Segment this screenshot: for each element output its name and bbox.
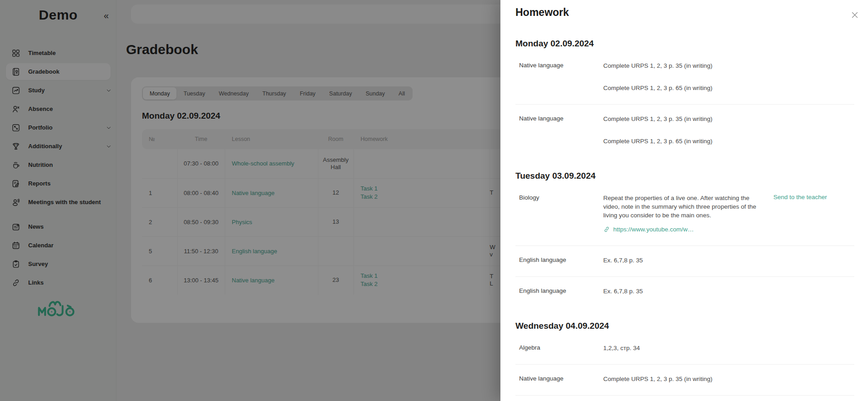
link-chain-icon [603, 226, 610, 233]
homework-tasks: Complete URPS 1, 2, 3 p. 35 (in writing)… [603, 61, 760, 92]
homework-entry: English languageEx. 6,7,8 p. 35 [515, 246, 854, 276]
homework-day-title: Tuesday 03.09.2024 [515, 171, 854, 181]
drawer-title: Homework [515, 6, 854, 19]
homework-subject: Native language [515, 61, 603, 92]
homework-day-title: Monday 02.09.2024 [515, 39, 854, 49]
drawer-content: Monday 02.09.2024Native languageComplete… [515, 39, 854, 396]
homework-task-text: Complete URPS 1, 2, 3 p. 35 (in writing) [603, 115, 760, 123]
homework-entry: Algebra1,2,3, стр. 34 [515, 334, 854, 364]
homework-day-title: Wednesday 04.09.2024 [515, 321, 854, 331]
homework-day-section: Monday 02.09.2024Native languageComplete… [515, 39, 854, 157]
homework-entry: English languageEx. 6,7,8 p. 35 [515, 276, 854, 307]
homework-subject: Algebra [515, 344, 603, 352]
homework-tasks: 1,2,3, стр. 34 [603, 344, 760, 352]
homework-tasks: Complete URPS 1, 2, 3 p. 35 (in writing)… [603, 115, 760, 145]
homework-task-text: Ex. 6,7,8 p. 35 [603, 256, 760, 265]
homework-entry: Native languageComplete URPS 1, 2, 3 p. … [515, 51, 854, 104]
homework-subject: Biology [515, 194, 603, 234]
homework-task-text: Complete URPS 1, 2, 3 p. 35 (in writing) [603, 61, 760, 70]
send-to-teacher-link[interactable]: Send to the teacher [773, 194, 827, 200]
homework-tasks: Ex. 6,7,8 p. 35 [603, 287, 760, 296]
homework-task-text: Complete URPS 1, 2, 3 p. 65 (in writing) [603, 137, 760, 145]
homework-entry: Native languageComplete URPS 1, 2, 3 p. … [515, 364, 854, 396]
modal-scrim[interactable] [0, 0, 500, 401]
homework-subject: English language [515, 256, 603, 265]
homework-task-text: Ex. 6,7,8 p. 35 [603, 287, 760, 296]
close-icon[interactable] [850, 10, 861, 21]
homework-drawer: Homework Monday 02.09.2024Native languag… [500, 0, 868, 401]
homework-tasks: Ex. 6,7,8 p. 35 [603, 256, 760, 265]
homework-task-text: 1,2,3, стр. 34 [603, 344, 760, 352]
homework-task-text: Complete URPS 1, 2, 3 p. 65 (in writing) [603, 84, 760, 92]
homework-subject: Native language [515, 375, 603, 383]
homework-day-section: Wednesday 04.09.2024Algebra1,2,3, стр. 3… [515, 321, 854, 396]
app: Demo « TimetableGradebookStudyAbsencePor… [0, 0, 868, 401]
homework-task-text: Complete URPS 1, 2, 3 p. 35 (in writing) [603, 375, 760, 383]
homework-entry: BiologyRepeat the properties of a live o… [515, 184, 854, 246]
homework-subject: Native language [515, 115, 603, 145]
homework-tasks: Complete URPS 1, 2, 3 p. 35 (in writing) [603, 375, 760, 383]
homework-day-section: Tuesday 03.09.2024BiologyRepeat the prop… [515, 171, 854, 307]
homework-task-text: Repeat the properties of a live one. Aft… [603, 194, 760, 220]
homework-tasks: Repeat the properties of a live one. Aft… [603, 194, 760, 234]
homework-url-link[interactable]: https://www.youtube.com/w… [613, 225, 694, 234]
homework-subject: English language [515, 287, 603, 296]
homework-entry: Native languageComplete URPS 1, 2, 3 p. … [515, 104, 854, 157]
homework-link-row: https://www.youtube.com/w… [603, 225, 760, 234]
